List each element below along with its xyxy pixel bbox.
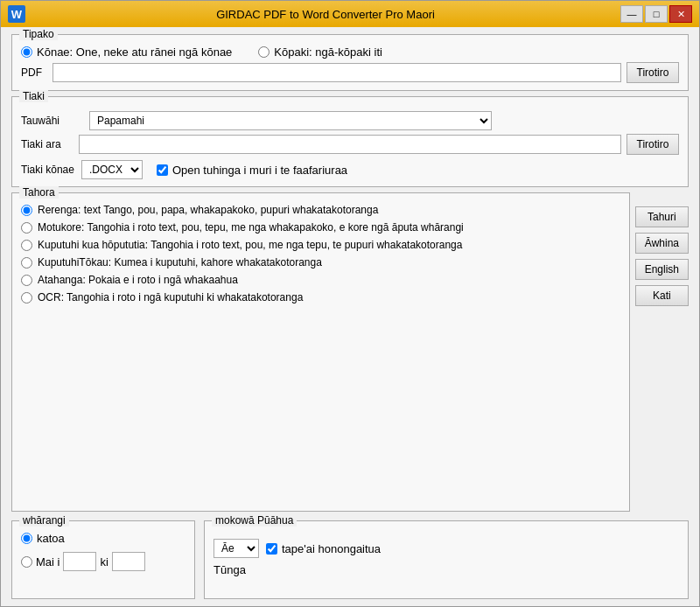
pdf-label: PDF [21,66,47,79]
tahora-option-1-label: Motukore: Tangohia i roto text, pou, tep… [38,221,464,234]
tipako-option2-label: Kōpaki: ngā-kōpaki iti [274,45,382,59]
tipako-option2[interactable]: Kōpaki: ngā-kōpaki iti [258,45,382,59]
maximize-button[interactable]: □ [645,5,668,23]
app-icon: W [8,5,25,23]
tahora-option-5-label: OCR: Tangohia i roto i ngā kuputuhi ki w… [38,291,303,304]
tape-checkbox-row: tape'ai honongaitua [266,542,381,555]
tahora-option-5[interactable]: OCR: Tangohia i roto i ngā kuputuhi ki w… [21,291,620,304]
wharangi-katoa-option[interactable]: katoa [21,532,186,545]
tahora-group: Tahora Rerenga: text Tango, pou, papa, w… [11,192,630,512]
tipako-radio2[interactable] [258,46,270,58]
wharangi-options: katoa Mai i ki [21,532,186,571]
awhina-button[interactable]: Āwhina [635,233,689,254]
window-title: GIRDAC PDF to Word Converter Pro Maori [31,8,620,21]
format-select[interactable]: .DOCX .DOC .RTF .TXT [81,160,143,179]
pdf-input[interactable] [52,63,621,82]
tahora-option-3-label: KuputuhiTōkau: Kumea i kuputuhi, kahore … [38,256,322,269]
window-controls: — □ ✕ [620,5,692,23]
tahora-radio-0[interactable] [21,205,32,216]
tahora-radio-5[interactable] [21,292,32,304]
tahora-option-4-label: Atahanga: Pokaia e i roto i ngā whakaahu… [38,274,238,286]
wharangi-to-input[interactable] [112,552,145,571]
tape-checkbox[interactable] [266,543,277,555]
wharangi-mai-row: Mai i ki [21,552,186,571]
tiaki-group: Tiaki Tauwāhi Papamahi Kōnae anō Tiaki a… [11,96,689,187]
main-window: W GIRDAC PDF to Word Converter Pro Maori… [0,0,700,607]
tauwahi-label: Tauwāhi [21,115,82,127]
action-buttons: Tahuri Āwhina English Kati [635,192,689,512]
tunga-row: Tūnga [214,563,679,576]
tahora-option-0[interactable]: Rerenga: text Tango, pou, papa, whakapak… [21,204,620,216]
wharangi-from-input[interactable] [63,552,96,571]
tahora-label: Tahora [19,186,59,199]
tahora-radio-2[interactable] [21,240,32,251]
tahora-option-3[interactable]: KuputuhiTōkau: Kumea i kuputuhi, kahore … [21,256,620,269]
tunga-label: Tūnga [214,563,246,576]
tipako-radio1[interactable] [21,46,32,58]
tipako-label: Tipako [19,28,58,40]
open-checkbox[interactable] [157,164,168,176]
wharangi-mai-radio[interactable] [21,556,32,568]
tahora-option-2[interactable]: Kuputuhi kua hōpututia: Tangohia i roto … [21,239,620,251]
tahora-option-4[interactable]: Atahanga: Pokaia e i roto i ngā whakaahu… [21,274,620,286]
wharangi-katoa-label: katoa [37,532,65,545]
mokowa-controls: Āe Kāo tape'ai honongaitua [214,530,679,558]
pdf-row: PDF Tirotiro [21,62,679,83]
tahora-radio-3[interactable] [21,257,32,269]
english-button[interactable]: English [635,259,689,280]
tahora-radio-1[interactable] [21,222,32,234]
bottom-section: whārangi katoa Mai i ki [11,520,689,599]
tiaki-konae-label: Tiaki kōnae [21,164,74,176]
tiaki-ara-row: Tiaki ara Tirotiro [21,134,679,155]
tahora-option-0-label: Rerenga: text Tango, pou, papa, whakapak… [38,204,378,216]
tape-checkbox-label: tape'ai honongaitua [282,542,381,555]
wharangi-label: whārangi [19,514,69,527]
mokowa-group: mokowā Pūāhua Āe Kāo tape'ai honongaitua… [204,520,689,599]
tiaki-ara-browse-button[interactable]: Tirotiro [626,134,679,155]
tiaki-ara-input[interactable] [79,135,621,154]
mokowa-label: mokowā Pūāhua [212,514,297,527]
tipako-option1[interactable]: Kōnae: One, neke atu rānei ngā kōnae [21,45,232,59]
tahora-section: Tahora Rerenga: text Tango, pou, papa, w… [11,192,689,512]
minimize-button[interactable]: — [620,5,643,23]
title-bar: W GIRDAC PDF to Word Converter Pro Maori… [1,1,699,27]
wharangi-katoa-radio[interactable] [21,533,32,544]
wharangi-mai-label: Mai i [36,555,60,569]
tipako-option1-label: Kōnae: One, neke atu rānei ngā kōnae [37,45,232,59]
tiaki-konae-row: Tiaki kōnae .DOCX .DOC .RTF .TXT Open tu… [21,160,679,179]
open-checkbox-label: Open tuhinga i muri i te faafariuraa [172,164,347,177]
tauwahi-row: Tauwāhi Papamahi Kōnae anō [21,111,679,130]
close-button[interactable]: ✕ [669,5,692,23]
wharangi-group: whārangi katoa Mai i ki [11,520,195,599]
tauwahi-select[interactable]: Papamahi Kōnae anō [89,111,492,130]
tiaki-ara-label: Tiaki ara [21,138,74,150]
open-checkbox-row: Open tuhinga i muri i te faafariuraa [157,164,347,177]
tahora-option-1[interactable]: Motukore: Tangohia i roto text, pou, tep… [21,221,620,234]
kati-button[interactable]: Kati [635,285,689,306]
wharangi-ki-label: ki [100,555,108,569]
main-content: Tipako Kōnae: One, neke atu rānei ngā kō… [1,27,699,606]
tipako-options-row: Kōnae: One, neke atu rānei ngā kōnae Kōp… [21,45,679,59]
tahora-option-2-label: Kuputuhi kua hōpututia: Tangohia i roto … [38,239,462,251]
tahora-radio-4[interactable] [21,275,32,286]
tiaki-label: Tiaki [19,90,48,102]
mokowa-select[interactable]: Āe Kāo [214,539,259,558]
tipako-group: Tipako Kōnae: One, neke atu rānei ngā kō… [11,34,689,91]
pdf-browse-button[interactable]: Tirotiro [626,62,679,83]
tahuri-button[interactable]: Tahuri [635,206,689,227]
